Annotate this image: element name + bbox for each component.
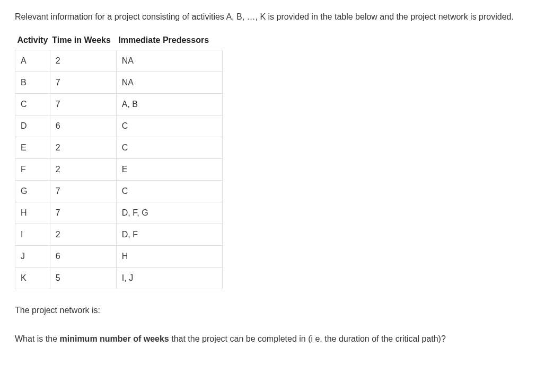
cell-predecessors: NA [116,72,222,94]
cell-time: 2 [50,137,116,159]
cell-predecessors: C [116,181,222,202]
cell-time: 6 [50,115,116,137]
cell-activity: D [15,115,50,137]
header-activity: Activity [15,31,50,50]
cell-time: 2 [50,50,116,72]
table-row: J 6 H [15,246,223,268]
cell-predecessors: I, J [116,268,222,289]
cell-predecessors: C [116,137,222,159]
table-row: F 2 E [15,159,223,181]
cell-time: 2 [50,159,116,181]
network-caption: The project network is: [15,304,530,317]
cell-activity: H [15,202,50,224]
question-prefix: What is the [15,334,59,343]
cell-predecessors: A, B [116,94,222,115]
cell-activity: C [15,94,50,115]
cell-activity: K [15,268,50,289]
activities-table: Activity Time in Weeks Immediate Predess… [15,31,223,289]
cell-activity: B [15,72,50,94]
cell-time: 7 [50,72,116,94]
intro-paragraph: Relevant information for a project consi… [15,11,530,23]
cell-time: 7 [50,181,116,202]
question-bold: minimum number of weeks [59,334,169,343]
table-row: I 2 D, F [15,224,223,246]
cell-activity: E [15,137,50,159]
cell-time: 2 [50,224,116,246]
cell-time: 5 [50,268,116,289]
cell-predecessors: D, F [116,224,222,246]
cell-predecessors: D, F, G [116,202,222,224]
cell-activity: G [15,181,50,202]
header-time: Time in Weeks [50,31,116,50]
table-row: B 7 NA [15,72,223,94]
cell-predecessors: NA [116,50,222,72]
table-row: E 2 C [15,137,223,159]
table-row: D 6 C [15,115,223,137]
cell-predecessors: E [116,159,222,181]
question-suffix: that the project can be completed in (i … [169,334,446,343]
cell-activity: A [15,50,50,72]
header-predecessors: Immediate Predessors [116,31,222,50]
table-row: H 7 D, F, G [15,202,223,224]
cell-activity: I [15,224,50,246]
cell-activity: F [15,159,50,181]
cell-time: 6 [50,246,116,268]
question-text: What is the minimum number of weeks that… [15,333,530,345]
table-row: C 7 A, B [15,94,223,115]
cell-activity: J [15,246,50,268]
table-row: A 2 NA [15,50,223,72]
cell-predecessors: C [116,115,222,137]
cell-time: 7 [50,94,116,115]
cell-time: 7 [50,202,116,224]
table-row: G 7 C [15,181,223,202]
cell-predecessors: H [116,246,222,268]
table-row: K 5 I, J [15,268,223,289]
